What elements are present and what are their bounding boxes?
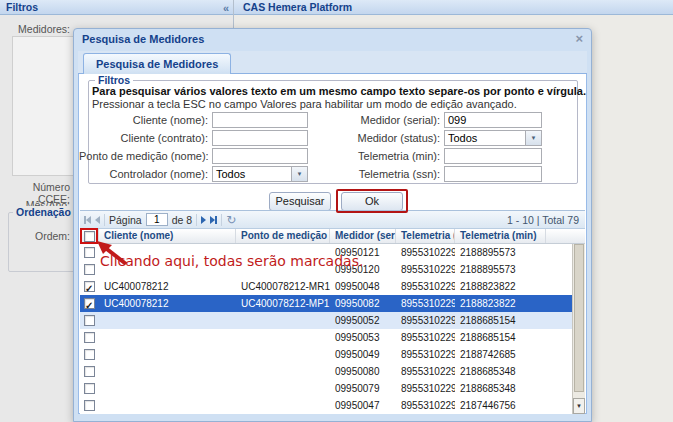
table-cell bbox=[236, 346, 330, 363]
table-cell: 2188823822 bbox=[455, 295, 546, 312]
annotation-rect-ok bbox=[336, 189, 408, 213]
table-cell bbox=[99, 346, 236, 363]
grid-body: 0995012189553102299944...218889557309950… bbox=[80, 244, 572, 414]
row-checkbox[interactable] bbox=[84, 281, 95, 292]
table-cell-filler bbox=[546, 312, 551, 329]
table-cell-filler bbox=[546, 380, 551, 397]
refresh-icon[interactable]: ↻ bbox=[226, 214, 236, 226]
medidor-status-label: Medidor (status): bbox=[319, 132, 440, 144]
ponto-medicao-label: Ponto de medição (nome): bbox=[79, 150, 208, 162]
pager-total: 1 - 10 | Total 79 bbox=[507, 214, 581, 226]
row-checkbox[interactable] bbox=[84, 298, 95, 309]
table-cell: 09950047 bbox=[330, 397, 396, 414]
page-input[interactable] bbox=[146, 213, 168, 226]
table-cell bbox=[99, 363, 236, 380]
table-cell: 89553102299944... bbox=[396, 244, 455, 261]
telemetria-ssn-input[interactable] bbox=[444, 166, 542, 182]
table-cell: 89553102299843... bbox=[396, 397, 455, 414]
toolbar-separator bbox=[196, 214, 197, 226]
medidores-label: Medidores: bbox=[0, 23, 70, 35]
annotation-text: Clicando aqui, todas serão marcadas. bbox=[100, 253, 363, 269]
table-cell-filler bbox=[546, 295, 551, 312]
column-header[interactable]: Medidor (serial) bbox=[330, 229, 396, 243]
table-cell: UC400078212-MR1 bbox=[236, 278, 330, 295]
vertical-scrollbar[interactable]: ▼ bbox=[572, 244, 585, 414]
window-titlebar[interactable]: Pesquisa de Medidores × bbox=[74, 29, 591, 51]
scroll-down-icon[interactable]: ▼ bbox=[573, 398, 585, 414]
table-cell: 09950049 bbox=[330, 346, 396, 363]
cliente-nome-input[interactable] bbox=[212, 112, 308, 128]
toolbar-separator bbox=[221, 214, 222, 226]
table-row[interactable]: 0995004989553102299911...2188742685 bbox=[80, 346, 572, 363]
table-cell bbox=[236, 329, 330, 346]
table-cell-filler bbox=[546, 346, 551, 363]
table-cell: 89553102299880... bbox=[396, 329, 455, 346]
table-cell: 2188895573 bbox=[455, 244, 546, 261]
row-checkbox[interactable] bbox=[84, 332, 95, 343]
cliente-contrato-label: Cliente (contrato): bbox=[79, 132, 208, 144]
table-row[interactable]: UC400078212UC400078212-MR109950048895531… bbox=[80, 278, 572, 295]
telemetria-min-label: Telemetria (min): bbox=[319, 150, 440, 162]
table-cell: 2188895573 bbox=[455, 261, 546, 278]
table-cell: 2188823822 bbox=[455, 278, 546, 295]
table-row[interactable]: UC400078212UC400078212-MP109950082895531… bbox=[80, 295, 572, 312]
table-cell bbox=[99, 397, 236, 414]
cliente-contrato-input[interactable] bbox=[212, 130, 308, 146]
table-row[interactable]: 0995007989553102299836...2188685348 bbox=[80, 380, 572, 397]
cliente-nome-label: Cliente (nome): bbox=[79, 114, 208, 126]
table-row[interactable]: 0995004789553102299843...2187446756 bbox=[80, 397, 572, 414]
table-cell-filler bbox=[546, 329, 551, 346]
next-page-icon[interactable] bbox=[201, 216, 206, 224]
column-header[interactable]: Telemetria (ss... bbox=[396, 229, 455, 243]
row-checkbox[interactable] bbox=[84, 349, 95, 360]
filtros-panel-title: Filtros bbox=[6, 1, 38, 13]
platform-title: CAS Hemera Platform bbox=[243, 1, 352, 13]
column-header[interactable]: Telemetria (min) bbox=[455, 229, 546, 243]
table-cell bbox=[236, 312, 330, 329]
window-title: Pesquisa de Medidores bbox=[82, 33, 204, 45]
last-page-icon[interactable] bbox=[210, 216, 217, 224]
ponto-medicao-input[interactable] bbox=[212, 148, 308, 164]
controlador-select[interactable]: Todos ▼ bbox=[212, 166, 308, 182]
table-cell bbox=[236, 380, 330, 397]
table-cell: 2188685154 bbox=[455, 329, 546, 346]
medidor-serial-input[interactable] bbox=[444, 112, 542, 128]
close-icon[interactable]: × bbox=[575, 31, 583, 46]
first-page-icon[interactable] bbox=[84, 216, 91, 224]
column-header[interactable]: Cliente (nome) bbox=[99, 229, 236, 243]
window-body: Pesquisa de Medidores Filtros Para pesqu… bbox=[78, 51, 587, 414]
row-checkbox[interactable] bbox=[84, 400, 95, 411]
table-row[interactable]: 0995008089553102299836...2188685348 bbox=[80, 363, 572, 380]
instruction-line-2: Pressionar a tecla ESC no campo Valores … bbox=[92, 98, 517, 110]
collapse-icon[interactable]: « bbox=[223, 1, 229, 15]
row-checkbox[interactable] bbox=[84, 383, 95, 394]
row-checkbox-cell bbox=[80, 329, 99, 346]
row-checkbox[interactable] bbox=[84, 366, 95, 377]
table-row[interactable]: 0995005289553102299880...2188685154 bbox=[80, 312, 572, 329]
tab-pesquisa-de-medidores[interactable]: Pesquisa de Medidores bbox=[83, 53, 231, 74]
row-checkbox[interactable] bbox=[84, 247, 95, 258]
table-cell: 89553102299977... bbox=[396, 278, 455, 295]
table-cell: UC400078212 bbox=[99, 295, 236, 312]
telemetria-min-input[interactable] bbox=[444, 148, 542, 164]
pesquisa-medidores-window: Pesquisa de Medidores × Pesquisa de Medi… bbox=[73, 28, 592, 422]
medidor-status-value: Todos bbox=[448, 132, 477, 144]
page-of-label: de 8 bbox=[172, 214, 192, 226]
pesquisar-button[interactable]: Pesquisar bbox=[269, 192, 331, 211]
table-row[interactable]: 0995005389553102299880...2188685154 bbox=[80, 329, 572, 346]
row-checkbox-cell bbox=[80, 380, 99, 397]
table-cell: 2188742685 bbox=[455, 346, 546, 363]
table-cell: 2187446756 bbox=[455, 397, 546, 414]
dropdown-arrow-icon[interactable]: ▼ bbox=[291, 167, 307, 181]
row-checkbox[interactable] bbox=[84, 315, 95, 326]
table-cell: 89553102299944... bbox=[396, 261, 455, 278]
column-header[interactable]: Ponto de medição (nome) bbox=[236, 229, 330, 243]
filtros-panel-header: Filtros « bbox=[0, 0, 233, 15]
row-checkbox[interactable] bbox=[84, 264, 95, 275]
table-cell: 89553102299911... bbox=[396, 346, 455, 363]
dropdown-arrow-icon[interactable]: ▼ bbox=[525, 131, 541, 145]
prev-page-icon[interactable] bbox=[95, 216, 100, 224]
table-cell: 09950048 bbox=[330, 278, 396, 295]
scrollbar-thumb[interactable] bbox=[574, 244, 584, 392]
medidor-status-select[interactable]: Todos ▼ bbox=[444, 130, 542, 146]
